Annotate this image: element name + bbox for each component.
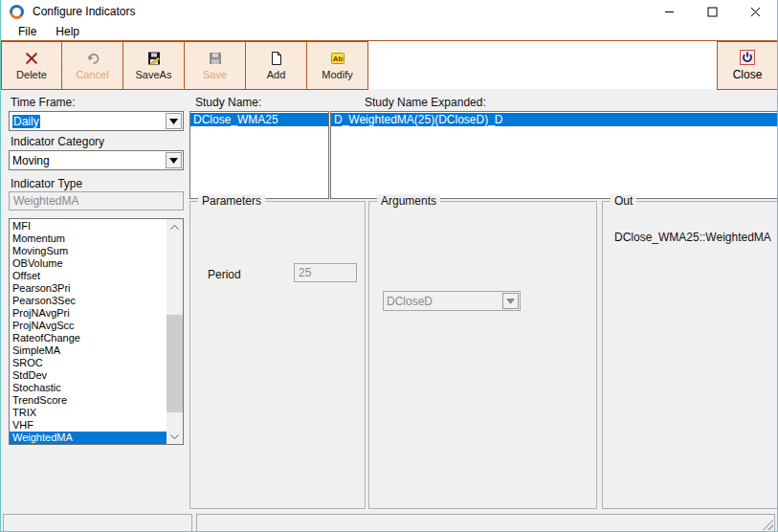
list-item[interactable]: Pearson3Sec (10, 295, 167, 307)
list-item[interactable]: StdDev (10, 369, 167, 382)
minimize-icon (664, 7, 675, 17)
chevron-down-icon (169, 158, 178, 164)
modify-label: Modify (322, 69, 352, 80)
out-title: Out (611, 194, 636, 208)
time-frame-value: Daily (12, 115, 40, 128)
save-icon (208, 51, 223, 66)
configure-indicators-window: Configure Indicators File Help Delete (0, 0, 778, 532)
delete-label: Delete (16, 69, 47, 80)
period-label: Period (208, 268, 241, 281)
out-group: Out DClose_WMA25::WeightedMA (602, 201, 778, 509)
menu-bar: File Help (1, 23, 777, 40)
list-item[interactable]: Stochastic (10, 382, 167, 394)
list-item[interactable]: Momentum (10, 233, 167, 245)
window-title: Configure Indicators (33, 5, 135, 18)
add-button[interactable]: Add (246, 41, 307, 90)
list-item[interactable]: RateofChange (10, 332, 167, 344)
status-pane-right (196, 514, 775, 532)
maximize-button[interactable] (691, 0, 734, 23)
study-name-list[interactable]: DClose_WMA25 (189, 111, 329, 199)
svg-text:Ab: Ab (332, 55, 343, 63)
power-icon (740, 50, 755, 65)
study-name-selected-row[interactable]: DClose_WMA25 (190, 113, 328, 126)
time-frame-combobox[interactable]: Daily (9, 111, 184, 131)
arguments-value: DCloseD (387, 295, 433, 308)
list-item[interactable]: OBVolume (10, 257, 167, 270)
list-item[interactable]: TrendScore (10, 394, 167, 407)
toolbar: Delete Cancel SaveAs Save Add Ab Modify (1, 40, 777, 89)
minimize-button[interactable] (648, 0, 691, 23)
list-item[interactable]: VHF (10, 419, 167, 432)
app-logo-icon (10, 5, 24, 19)
arguments-group: Arguments DCloseD (368, 201, 597, 509)
cancel-label: Cancel (76, 69, 108, 80)
list-item[interactable]: ProjNAvgPri (10, 307, 167, 320)
close-icon (750, 7, 761, 17)
save-label: Save (203, 69, 227, 80)
list-item-selected[interactable]: WeightedMA (10, 432, 167, 444)
scroll-down-icon[interactable] (167, 429, 183, 444)
modify-button[interactable]: Ab Modify (307, 41, 368, 90)
indicator-category-label: Indicator Category (11, 135, 104, 148)
close-window-button[interactable] (734, 0, 777, 23)
scroll-thumb[interactable] (167, 315, 183, 412)
list-item[interactable]: TRIX (10, 407, 167, 419)
indicator-type-field: WeightedMA (9, 191, 184, 211)
list-item[interactable]: MovingSum (10, 245, 167, 257)
list-item[interactable]: SimpleMA (10, 344, 167, 357)
new-page-icon (269, 51, 284, 66)
study-name-expanded-label: Study Name Expanded: (365, 96, 486, 109)
list-item[interactable]: ProjNAvgScc (10, 320, 167, 332)
out-value: DClose_WMA25::WeightedMA (614, 231, 771, 244)
scroll-up-icon[interactable] (167, 219, 183, 234)
close-button[interactable]: Close (717, 41, 778, 90)
study-name-expanded-list[interactable]: D_WeightedMA(25)(DCloseD)_D (330, 111, 778, 199)
save-button: Save (185, 41, 246, 90)
close-label: Close (733, 68, 763, 81)
parameters-title: Parameters (198, 194, 265, 208)
add-label: Add (267, 69, 286, 80)
list-scrollbar[interactable] (167, 219, 183, 444)
toolbar-button-group: Delete Cancel SaveAs Save Add Ab Modify (1, 41, 368, 90)
list-item[interactable]: Pearson3Pri (10, 282, 167, 295)
status-pane-left (3, 514, 192, 532)
title-bar: Configure Indicators (1, 0, 777, 23)
indicator-type-label: Indicator Type (11, 177, 82, 190)
delete-button[interactable]: Delete (1, 41, 62, 90)
list-item[interactable]: Offset (10, 270, 167, 282)
indicator-category-combobox[interactable]: Moving (9, 150, 184, 170)
parameters-group: Parameters Period 25 (189, 201, 366, 509)
arguments-combobox: DCloseD (383, 291, 521, 311)
cancel-button: Cancel (62, 41, 123, 90)
maximize-icon (707, 7, 718, 17)
arguments-dropdown-button (502, 293, 519, 309)
list-item[interactable]: MFI (10, 220, 167, 233)
undo-icon (85, 51, 100, 66)
chevron-down-icon (169, 119, 178, 124)
menu-help[interactable]: Help (48, 25, 91, 38)
study-expanded-selected-row[interactable]: D_WeightedMA(25)(DCloseD)_D (331, 113, 777, 126)
status-bar (1, 514, 777, 532)
resize-grip[interactable] (761, 518, 773, 530)
arguments-title: Arguments (377, 194, 440, 208)
save-as-label: SaveAs (136, 69, 172, 80)
save-as-icon (146, 51, 162, 66)
delete-x-icon (24, 51, 39, 66)
study-name-label: Study Name: (195, 96, 261, 109)
indicator-category-dropdown-button[interactable] (166, 152, 182, 168)
period-field: 25 (294, 263, 357, 282)
time-frame-label: Time Frame: (11, 96, 76, 109)
chevron-down-icon (506, 299, 515, 304)
scroll-track[interactable] (167, 234, 183, 429)
time-frame-dropdown-button[interactable] (166, 113, 182, 129)
menu-file[interactable]: File (11, 25, 48, 38)
list-item[interactable]: SROC (10, 357, 167, 369)
save-as-button[interactable]: SaveAs (123, 41, 185, 90)
indicator-type-listbox[interactable]: MFI Momentum MovingSum OBVolume Offset P… (9, 218, 184, 445)
indicator-category-value: Moving (12, 154, 50, 167)
modify-ab-icon: Ab (330, 51, 345, 66)
